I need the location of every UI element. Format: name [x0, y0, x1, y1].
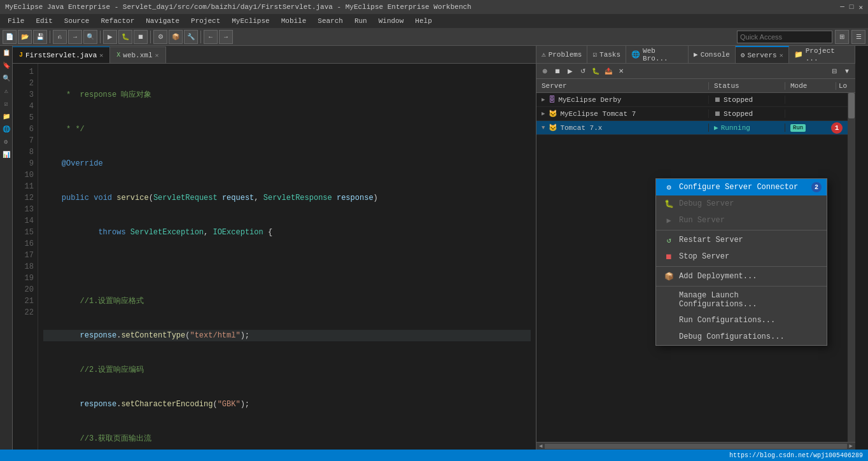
- tab-firstservlet[interactable]: J FirstServlet.java ✕: [13, 46, 110, 63]
- horiz-track: [545, 444, 846, 449]
- toolbar-new[interactable]: 📄: [3, 30, 17, 44]
- toolbar-btn-4[interactable]: 🔍: [83, 30, 97, 44]
- ctx-debug-configurations[interactable]: Debug Configurations...: [656, 329, 827, 345]
- servers-new-btn[interactable]: ⊕: [539, 66, 550, 77]
- menu-mobile[interactable]: Mobile: [276, 16, 312, 26]
- tab-project[interactable]: 📁 Project ...: [789, 46, 855, 64]
- ctx-stop-server[interactable]: ⏹ Stop Server: [656, 248, 827, 265]
- sidebar-icon-8[interactable]: ⚙: [1, 138, 11, 148]
- toolbar-btn-11[interactable]: ←: [204, 30, 218, 44]
- tab-webxml[interactable]: X web.xml ✕: [110, 46, 165, 63]
- servers-filter-btn[interactable]: ▼: [841, 66, 853, 77]
- menu-myeclipse[interactable]: MyEclipse: [227, 16, 274, 26]
- ctx-configure-server[interactable]: ⚙ Configure Server Connector 2: [656, 179, 827, 195]
- minimize-button[interactable]: ─: [840, 3, 844, 11]
- toolbar-btn-10[interactable]: 🔧: [184, 30, 198, 44]
- toolbar-btn-2[interactable]: ⎌: [53, 30, 67, 44]
- toolbar-btn-12[interactable]: →: [219, 30, 233, 44]
- sidebar-icon-5[interactable]: ☑: [1, 99, 11, 110]
- server-row-tomcat7[interactable]: ▶ 🐱 MyEclipse Tomcat 7 ⏹ Stopped: [536, 107, 855, 121]
- ctx-sep-2: [656, 266, 827, 267]
- servers-publish-btn[interactable]: 📤: [603, 66, 614, 77]
- servers-remove-btn[interactable]: ✕: [615, 66, 627, 77]
- servers-restart-btn[interactable]: ↺: [577, 66, 589, 77]
- derby-status: Stopped: [724, 96, 753, 104]
- servers-stop-btn[interactable]: ⏹: [552, 66, 563, 77]
- quick-access-btn[interactable]: ⊞: [835, 30, 849, 44]
- toolbar-btn-3[interactable]: →: [68, 30, 82, 44]
- title-text: MyEclipse Java Enterprise - Servlet_day1…: [5, 3, 472, 11]
- sidebar-icon-2[interactable]: 🔖: [1, 61, 11, 71]
- toolbar-btn-8[interactable]: ⚙: [153, 30, 167, 44]
- close-button[interactable]: ✕: [858, 3, 863, 11]
- tab-servers[interactable]: ⚙ Servers ✕: [736, 46, 789, 64]
- maximize-button[interactable]: □: [850, 3, 854, 11]
- tab-webbrowser-label: Web Bro...: [643, 47, 683, 62]
- sidebar-icon-3[interactable]: 🔍: [1, 74, 11, 84]
- ctx-stop-icon: ⏹: [664, 252, 674, 262]
- scrollbar-thumb: [848, 93, 855, 118]
- tomcat7-status-icon: ⏹: [714, 110, 721, 118]
- toolbar-btn-5[interactable]: ▶: [103, 30, 117, 44]
- sidebar-icon-9[interactable]: 📊: [1, 150, 11, 160]
- code-content[interactable]: * response 响应对象 * */ @Override public vo…: [38, 64, 536, 450]
- toolbar-btn-6[interactable]: 🐛: [118, 30, 132, 44]
- menu-help[interactable]: Help: [410, 16, 437, 26]
- tab-project-label: Project ...: [806, 47, 850, 62]
- perspective-btn[interactable]: ☰: [851, 30, 865, 44]
- ctx-manage-label: Manage Launch Configurations...: [679, 291, 819, 309]
- menu-file[interactable]: File: [3, 16, 29, 26]
- right-tabs: ⚠ Problems ☑ Tasks 🌐 Web Bro... ▶ Consol…: [536, 46, 855, 64]
- menu-refactor[interactable]: Refactor: [95, 16, 139, 26]
- tomcat7-status: Stopped: [724, 110, 753, 118]
- menu-bar: File Edit Source Refactor Navigate Proje…: [0, 14, 868, 28]
- toolbar-btn-9[interactable]: 📦: [169, 30, 183, 44]
- toolbar-btn-7[interactable]: ⏹: [134, 30, 148, 44]
- menu-run[interactable]: Run: [349, 16, 372, 26]
- tab-webbrowser[interactable]: 🌐 Web Bro...: [626, 46, 689, 64]
- context-menu: ⚙ Configure Server Connector 2 🐛 Debug S…: [655, 178, 827, 346]
- ctx-manage-icon: [664, 295, 674, 305]
- sidebar-icon-7[interactable]: 🌐: [1, 125, 11, 135]
- toolbar-open[interactable]: 📂: [18, 30, 32, 44]
- tab-servers-close[interactable]: ✕: [780, 52, 783, 59]
- sidebar-icon-6[interactable]: 📁: [1, 112, 11, 122]
- derby-name: MyEclipse Derby: [558, 96, 621, 104]
- title-controls[interactable]: ─ □ ✕: [840, 3, 863, 11]
- servers-start-btn[interactable]: ▶: [564, 66, 576, 77]
- servers-debug-btn[interactable]: 🐛: [590, 66, 601, 77]
- sidebar-icon-4[interactable]: ⚠: [1, 87, 11, 97]
- menu-search[interactable]: Search: [312, 16, 348, 26]
- ctx-manage-launch[interactable]: Manage Launch Configurations...: [656, 288, 827, 312]
- annotation-badge-1: 1: [831, 122, 843, 134]
- tab-close-firstservlet[interactable]: ✕: [99, 52, 103, 59]
- tab-tasks[interactable]: ☑ Tasks: [587, 46, 626, 64]
- server-row-tomcatx[interactable]: ▼ 🐱 Tomcat 7.x ▶ Running Run 1: [536, 121, 855, 135]
- server-row-derby[interactable]: ▶ 🗄 MyEclipse Derby ⏹ Stopped: [536, 93, 855, 107]
- scroll-right[interactable]: ▶: [847, 443, 855, 450]
- tab-console[interactable]: ▶ Console: [689, 46, 736, 64]
- ctx-restart-server[interactable]: ↺ Restart Server: [656, 232, 827, 248]
- ctx-restart-label: Restart Server: [679, 236, 743, 245]
- menu-source[interactable]: Source: [59, 16, 95, 26]
- servers-scrollbar[interactable]: [848, 93, 855, 442]
- tab-problems[interactable]: ⚠ Problems: [536, 46, 587, 64]
- tab-close-webxml[interactable]: ✕: [155, 52, 159, 59]
- servers-collapse-btn[interactable]: ⊟: [829, 66, 840, 77]
- scroll-left[interactable]: ◀: [536, 443, 545, 450]
- title-bar: MyEclipse Java Enterprise - Servlet_day1…: [0, 0, 868, 14]
- sidebar-icon-1[interactable]: 📋: [1, 48, 11, 59]
- menu-project[interactable]: Project: [186, 16, 225, 26]
- ctx-run-configurations[interactable]: Run Configurations...: [656, 312, 827, 329]
- toolbar-save[interactable]: 💾: [33, 30, 47, 44]
- menu-navigate[interactable]: Navigate: [141, 16, 185, 26]
- ctx-add-deployment[interactable]: 📦 Add Deployment...: [656, 268, 827, 285]
- menu-window[interactable]: Window: [374, 16, 409, 26]
- ctx-debugconfig-label: Debug Configurations...: [679, 332, 785, 341]
- menu-edit[interactable]: Edit: [31, 16, 57, 26]
- horiz-scroll[interactable]: ◀ ▶: [536, 442, 855, 450]
- ctx-sep-3: [656, 286, 827, 287]
- ctx-add-label: Add Deployment...: [679, 272, 757, 281]
- quick-access-input[interactable]: [737, 31, 832, 43]
- ctx-runconfig-label: Run Configurations...: [679, 316, 775, 325]
